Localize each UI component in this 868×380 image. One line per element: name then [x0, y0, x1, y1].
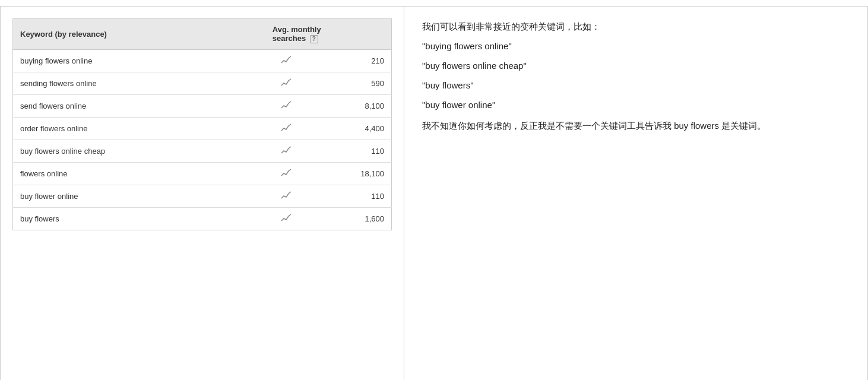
quote-text: "buying flowers online" — [422, 38, 850, 54]
trend-icon — [281, 214, 292, 224]
chart-icon-cell[interactable] — [265, 72, 308, 94]
searches-cell: 8,100 — [308, 94, 392, 117]
keyword-cell: buy flower online — [13, 185, 265, 207]
quote-text: "buy flowers" — [422, 77, 850, 93]
searches-cell: 590 — [308, 72, 392, 94]
keyword-cell: buy flowers — [13, 207, 265, 230]
searches-cell: 210 — [308, 49, 392, 72]
table-row: buy flowers online cheap 110 — [13, 140, 392, 162]
chart-icon-cell[interactable] — [265, 94, 308, 117]
table-row: flowers online 18,100 — [13, 162, 392, 185]
trend-icon — [281, 147, 292, 156]
searches-cell: 110 — [308, 140, 392, 162]
chart-icon-cell[interactable] — [265, 185, 308, 207]
quote-text: "buy flowers online cheap" — [422, 58, 850, 74]
body-text: 我不知道你如何考虑的，反正我是不需要一个关键词工具告诉我 buy flowers… — [422, 118, 850, 134]
searches-cell: 4,400 — [308, 117, 392, 140]
trend-icon — [281, 79, 292, 88]
trend-icon — [281, 192, 292, 201]
trend-icon — [281, 102, 292, 111]
searches-cell: 1,600 — [308, 207, 392, 230]
table-row: buying flowers online 210 — [13, 49, 392, 72]
col-searches-header: Avg. monthly searches ? — [265, 19, 392, 50]
keyword-cell: buy flowers online cheap — [13, 140, 265, 162]
searches-cell: 110 — [308, 185, 392, 207]
trend-icon — [281, 56, 292, 66]
chart-icon-cell[interactable] — [265, 117, 308, 140]
keyword-cell: buying flowers online — [13, 49, 265, 72]
chart-icon-cell[interactable] — [265, 162, 308, 185]
keyword-cell: order flowers online — [13, 117, 265, 140]
table-row: buy flowers 1,600 — [13, 207, 392, 230]
keyword-cell: sending flowers online — [13, 72, 265, 94]
chart-icon-cell[interactable] — [265, 207, 308, 230]
keyword-cell: send flowers online — [13, 94, 265, 117]
right-panel: 我们可以看到非常接近的变种关键词，比如： "buying flowers onl… — [404, 7, 867, 380]
table-row: buy flower online 110 — [13, 185, 392, 207]
left-panel: Keyword (by relevance) Avg. monthly sear… — [1, 7, 404, 380]
chart-icon-cell[interactable] — [265, 140, 308, 162]
chart-icon-cell[interactable] — [265, 49, 308, 72]
trend-icon — [281, 124, 292, 134]
table-row: send flowers online 8,100 — [13, 94, 392, 117]
searches-cell: 18,100 — [308, 162, 392, 185]
trend-icon — [281, 169, 292, 179]
keyword-cell: flowers online — [13, 162, 265, 185]
quotes-container: "buying flowers online""buy flowers onli… — [422, 38, 850, 113]
quote-text: "buy flower online" — [422, 97, 850, 113]
table-row: order flowers online 4,400 — [13, 117, 392, 140]
main-container: Keyword (by relevance) Avg. monthly sear… — [0, 6, 868, 380]
intro-text: 我们可以看到非常接近的变种关键词，比如： — [422, 18, 850, 34]
table-row: sending flowers online 590 — [13, 72, 392, 94]
keyword-table: Keyword (by relevance) Avg. monthly sear… — [12, 18, 392, 230]
col-keyword-header: Keyword (by relevance) — [13, 19, 265, 50]
help-icon[interactable]: ? — [310, 35, 318, 43]
